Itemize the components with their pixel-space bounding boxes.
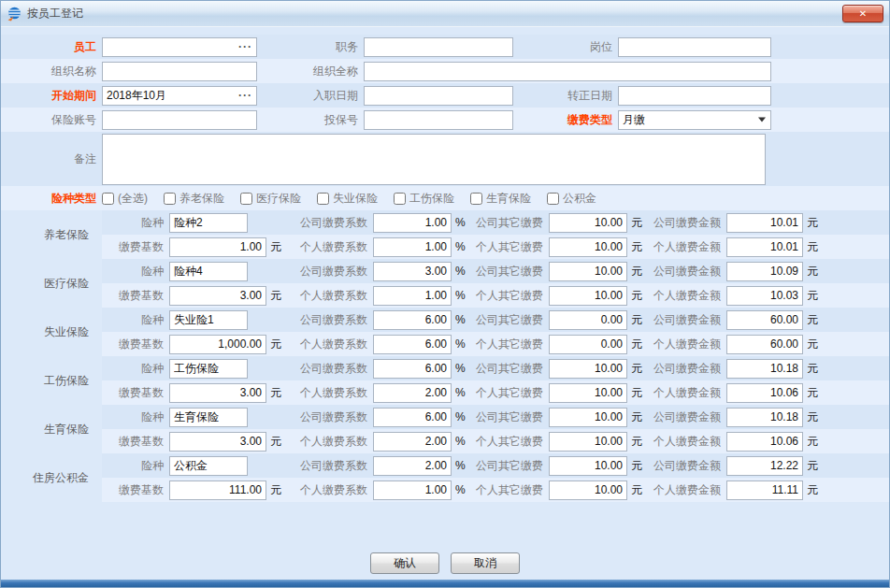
position-input[interactable] <box>364 37 513 57</box>
checkbox-item-unemployment[interactable]: 失业保险 <box>317 191 378 207</box>
personal-coeff-input[interactable] <box>373 237 452 257</box>
checkbox-item-housing-fund[interactable]: 公积金 <box>547 191 596 207</box>
insurance-kind-input[interactable] <box>169 310 248 330</box>
personal-coeff-input[interactable] <box>373 480 452 500</box>
base-input[interactable] <box>169 480 266 500</box>
company-other-input[interactable] <box>549 456 627 476</box>
ellipsis-icon[interactable]: ··· <box>238 90 252 101</box>
base-input[interactable] <box>169 335 266 354</box>
insurance-kind-input[interactable] <box>169 408 248 427</box>
personal-other-input[interactable] <box>549 480 627 500</box>
company-coeff-input[interactable] <box>373 456 452 476</box>
start-period-input[interactable] <box>102 86 257 106</box>
company-coeff-label: 公司缴费系数 <box>289 264 373 280</box>
dialog-window: 按员工登记 ✕ 员工 ··· 职务 岗位 组织名称 组织全称 开始期间 <box>0 0 890 588</box>
personal-other-input[interactable] <box>549 432 627 452</box>
company-coeff-input[interactable] <box>373 262 452 281</box>
personal-coeff-input[interactable] <box>373 335 452 354</box>
checkbox-item-select-all[interactable]: (全选) <box>102 191 148 207</box>
insurance-kind-label: 险种 <box>102 215 169 231</box>
company-amount-label: 公司缴费金额 <box>646 264 726 280</box>
personal-amount-input[interactable] <box>726 480 803 500</box>
unemployment-checkbox[interactable] <box>317 193 329 205</box>
personal-amount-input[interactable] <box>726 335 803 354</box>
company-amount-input[interactable] <box>726 456 803 476</box>
personal-other-input[interactable] <box>549 383 627 403</box>
policy-no-input[interactable] <box>364 110 513 130</box>
maternity-checkbox[interactable] <box>470 193 482 205</box>
base-input[interactable] <box>169 286 266 306</box>
employee-input[interactable] <box>102 37 257 57</box>
insurance-kind-input[interactable] <box>169 213 248 233</box>
company-coeff-input[interactable] <box>373 408 452 427</box>
insurance-kind-input[interactable] <box>169 359 248 379</box>
dropdown-arrow-icon[interactable] <box>758 118 766 122</box>
personal-other-input[interactable] <box>549 335 627 354</box>
company-amount-input[interactable] <box>726 359 803 379</box>
yuan-unit: 元 <box>803 385 822 401</box>
company-amount-label: 公司缴费金额 <box>646 458 726 474</box>
company-amount-input[interactable] <box>726 262 803 281</box>
personal-amount-input[interactable] <box>726 432 803 452</box>
yuan-unit: 元 <box>803 337 822 352</box>
yuan-unit: 元 <box>803 409 822 425</box>
company-other-input[interactable] <box>549 310 627 330</box>
base-label: 缴费基数 <box>102 434 169 450</box>
confirm-button[interactable]: 确认 <box>370 552 439 574</box>
close-button[interactable]: ✕ <box>842 5 883 22</box>
checkbox-item-medical[interactable]: 医疗保险 <box>240 191 301 207</box>
company-amount-input[interactable] <box>726 310 803 330</box>
company-coeff-input[interactable] <box>373 359 452 379</box>
insurance-account-input[interactable] <box>102 110 257 130</box>
company-other-label: 公司其它缴费 <box>470 409 549 425</box>
personal-other-label: 个人其它缴费 <box>470 482 549 498</box>
personal-amount-input[interactable] <box>726 383 803 403</box>
housing-fund-checkbox[interactable] <box>547 193 559 205</box>
pay-type-select[interactable] <box>618 110 771 130</box>
hire-date-input[interactable] <box>364 86 513 106</box>
checkbox-item-pension[interactable]: 养老保险 <box>164 191 224 207</box>
personal-amount-input[interactable] <box>726 286 803 306</box>
cancel-button[interactable]: 取消 <box>451 552 520 574</box>
work-injury-checkbox[interactable] <box>394 193 406 205</box>
section-personal-row: 缴费基数 元 个人缴费系数 % 个人其它缴费 元 个人缴费金额 元 <box>102 283 889 308</box>
personal-other-input[interactable] <box>549 286 627 306</box>
insurance-kind-input[interactable] <box>169 262 248 281</box>
select-all-checkbox[interactable] <box>102 193 114 205</box>
base-input[interactable] <box>169 383 266 403</box>
company-other-input[interactable] <box>549 408 627 427</box>
checkbox-item-work-injury[interactable]: 工伤保险 <box>394 191 454 207</box>
company-other-input[interactable] <box>549 359 627 379</box>
base-input[interactable] <box>169 432 266 452</box>
post-input[interactable] <box>618 37 771 57</box>
checkbox-item-maternity[interactable]: 生育保险 <box>470 191 531 207</box>
percent-unit: % <box>452 337 470 351</box>
company-other-input[interactable] <box>549 262 627 281</box>
insurance-kind-input[interactable] <box>169 456 248 476</box>
personal-other-input[interactable] <box>549 237 627 257</box>
org-full-name-input[interactable] <box>364 62 771 81</box>
medical-checkbox[interactable] <box>240 193 252 205</box>
remark-textarea[interactable] <box>102 134 766 185</box>
confirm-date-input[interactable] <box>618 86 771 106</box>
yuan-unit: 元 <box>803 482 822 498</box>
org-name-input[interactable] <box>102 62 257 81</box>
personal-amount-input[interactable] <box>726 237 803 257</box>
company-other-input[interactable] <box>549 213 627 233</box>
section-company-row: 险种 公司缴费系数 % 公司其它缴费 元 公司缴费金额 元 <box>102 356 889 380</box>
base-input[interactable] <box>169 237 266 257</box>
personal-coeff-input[interactable] <box>373 432 452 452</box>
company-coeff-input[interactable] <box>373 310 452 330</box>
pension-checkbox[interactable] <box>164 193 176 205</box>
personal-coeff-input[interactable] <box>373 286 452 306</box>
company-amount-input[interactable] <box>726 408 803 427</box>
company-amount-input[interactable] <box>726 213 803 233</box>
yuan-unit: 元 <box>803 312 822 328</box>
percent-unit: % <box>452 240 470 253</box>
percent-unit: % <box>452 289 470 302</box>
personal-other-label: 个人其它缴费 <box>470 434 549 450</box>
company-coeff-label: 公司缴费系数 <box>289 215 373 231</box>
ellipsis-icon[interactable]: ··· <box>238 41 252 52</box>
company-coeff-input[interactable] <box>373 213 452 233</box>
personal-coeff-input[interactable] <box>373 383 452 403</box>
